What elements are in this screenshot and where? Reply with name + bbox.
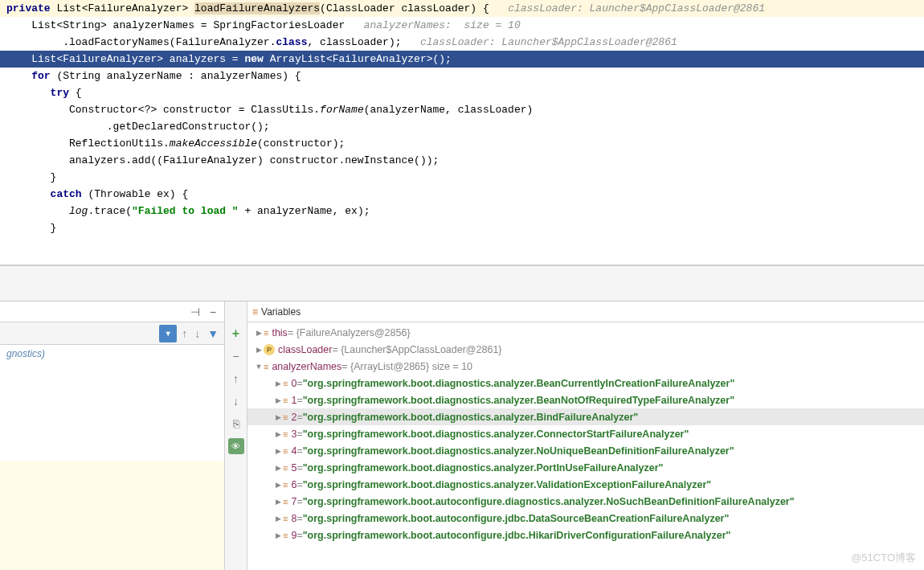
- frames-panel: ⊣ − ▼ ↑ ↓ ▼ gnostics): [0, 301, 225, 570]
- variables-toolbar: + − ↑ ↓ ⎘ 👁: [225, 301, 247, 570]
- code-line: try {: [0, 84, 924, 101]
- object-icon: ≡: [283, 429, 288, 439]
- variables-panel: + − ↑ ↓ ⎘ 👁 ≡ Variables ▶ ≡ this = {Fail…: [225, 301, 924, 570]
- expand-icon[interactable]: ▶: [273, 396, 283, 404]
- code-line: analyzers.add((FailureAnalyzer) construc…: [0, 152, 924, 169]
- minimize-icon[interactable]: −: [205, 304, 221, 320]
- code-line: log.trace("Failed to load " + analyzerNa…: [0, 203, 924, 219]
- variables-title: Variables: [261, 306, 301, 318]
- code-line: catch (Throwable ex) {: [0, 186, 924, 203]
- code-line: .getDeclaredConstructor();: [0, 118, 924, 135]
- object-icon: ≡: [283, 514, 288, 523]
- variable-this[interactable]: ▶ ≡ this = {FailureAnalyzers@2856}: [247, 324, 924, 341]
- frame-item[interactable]: gnostics): [0, 345, 224, 461]
- restore-icon[interactable]: ⊣: [187, 304, 203, 320]
- code-line: private List<FailureAnalyzer> loadFailur…: [0, 0, 924, 17]
- array-item-6[interactable]: ▶≡ 6 = "org.springframework.boot.diagnos…: [247, 476, 924, 493]
- expand-icon[interactable]: ▶: [273, 498, 283, 506]
- expand-icon[interactable]: ▶: [273, 447, 283, 455]
- panel-splitter[interactable]: [0, 265, 924, 301]
- code-line: }: [0, 219, 924, 236]
- object-icon: ≡: [283, 497, 288, 506]
- expand-icon[interactable]: ▶: [273, 430, 283, 438]
- array-item-0[interactable]: ▶≡ 0 = "org.springframework.boot.diagnos…: [247, 375, 924, 392]
- expand-icon[interactable]: ▶: [273, 481, 283, 489]
- code-editor[interactable]: private List<FailureAnalyzer> loadFailur…: [0, 0, 924, 265]
- array-item-8[interactable]: ▶≡ 8 = "org.springframework.boot.autocon…: [247, 510, 924, 527]
- expand-icon[interactable]: ▶: [254, 346, 264, 354]
- expand-icon[interactable]: ▶: [273, 515, 283, 523]
- object-icon: ≡: [283, 463, 288, 473]
- object-icon: ≡: [283, 531, 288, 540]
- array-item-4[interactable]: ▶≡ 4 = "org.springframework.boot.diagnos…: [247, 442, 924, 459]
- copy-icon[interactable]: ⎘: [228, 416, 244, 432]
- filter-icon[interactable]: ▼: [205, 327, 221, 340]
- debug-panel: ⊣ − ▼ ↑ ↓ ▼ gnostics) + − ↑ ↓ ⎘ 👁 ≡ Vari…: [0, 301, 924, 570]
- variable-classloader[interactable]: ▶ P classLoader = {Launcher$AppClassLoad…: [247, 341, 924, 358]
- object-icon: ≡: [264, 362, 268, 371]
- expand-icon[interactable]: ▶: [273, 531, 283, 539]
- parameter-icon: P: [264, 344, 275, 355]
- variables-tree[interactable]: ▶ ≡ this = {FailureAnalyzers@2856} ▶ P c…: [247, 322, 924, 570]
- down-icon[interactable]: ↓: [192, 327, 202, 340]
- code-line: Constructor<?> constructor = ClassUtils.…: [0, 101, 924, 118]
- up-arrow-icon[interactable]: ↑: [228, 371, 244, 387]
- code-line: List<String> analyzerNames = SpringFacto…: [0, 17, 924, 34]
- code-line: ReflectionUtils.makeAccessible(construct…: [0, 135, 924, 152]
- frames-toolbar: ▼ ↑ ↓ ▼: [0, 322, 224, 345]
- up-icon[interactable]: ↑: [179, 327, 190, 340]
- add-watch-icon[interactable]: +: [228, 326, 244, 342]
- watermark: @51CTO博客: [851, 551, 916, 565]
- code-line: .loadFactoryNames(FailureAnalyzer.class,…: [0, 34, 924, 51]
- expand-icon[interactable]: ▶: [273, 379, 283, 388]
- code-line-current: List<FailureAnalyzer> analyzers = new Ar…: [0, 51, 924, 68]
- array-item-5[interactable]: ▶≡ 5 = "org.springframework.boot.diagnos…: [247, 459, 924, 476]
- object-icon: ≡: [283, 379, 288, 388]
- thread-dropdown[interactable]: ▼: [159, 325, 177, 342]
- watches-icon[interactable]: 👁: [228, 438, 244, 454]
- object-icon: ≡: [264, 328, 268, 338]
- object-icon: ≡: [283, 396, 288, 405]
- object-icon: ≡: [283, 480, 288, 490]
- expand-icon[interactable]: ▶: [273, 464, 283, 472]
- object-icon: ≡: [283, 412, 288, 422]
- array-item-3[interactable]: ▶≡ 3 = "org.springframework.boot.diagnos…: [247, 425, 924, 442]
- array-item-9[interactable]: ▶≡ 9 = "org.springframework.boot.autocon…: [247, 527, 924, 543]
- object-icon: ≡: [283, 446, 288, 456]
- collapse-icon[interactable]: ▼: [254, 363, 264, 371]
- code-line: for (String analyzerName : analyzerNames…: [0, 68, 924, 84]
- array-item-2[interactable]: ▶≡ 2 = "org.springframework.boot.diagnos…: [247, 408, 924, 425]
- array-item-1[interactable]: ▶≡ 1 = "org.springframework.boot.diagnos…: [247, 392, 924, 408]
- variable-analyzernames[interactable]: ▼ ≡ analyzerNames = {ArrayList@2865} siz…: [247, 358, 924, 375]
- array-item-7[interactable]: ▶≡ 7 = "org.springframework.boot.autocon…: [247, 493, 924, 510]
- expand-icon[interactable]: ▶: [254, 329, 264, 337]
- code-line: }: [0, 169, 924, 186]
- frames-header: ⊣ −: [0, 301, 224, 322]
- expand-icon[interactable]: ▶: [273, 413, 283, 421]
- remove-watch-icon[interactable]: −: [228, 348, 244, 364]
- down-arrow-icon[interactable]: ↓: [228, 393, 244, 409]
- variables-header: ≡ Variables: [247, 301, 924, 322]
- variables-icon: ≡: [252, 306, 258, 318]
